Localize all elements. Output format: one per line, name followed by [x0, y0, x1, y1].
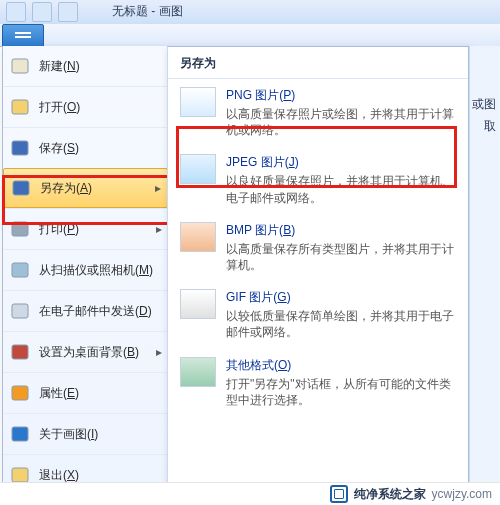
svg-rect-6 [12, 222, 28, 236]
saveas-png-title: PNG 图片(P) [226, 87, 456, 104]
file-menu: 新建(N)打开(O)保存(S)另存为(A)▸打印(P)▸从扫描仪或照相机(M)在… [2, 46, 169, 483]
menu-email-label: 在电子邮件中发送(D) [39, 303, 152, 320]
saveas-other-title: 其他格式(O) [226, 357, 456, 374]
menu-acquire-label: 从扫描仪或照相机(M) [39, 262, 153, 279]
saveas-bmp-thumb-icon [180, 222, 216, 252]
qat-undo-icon[interactable] [32, 2, 52, 22]
saveas-other-desc: 打开"另存为"对话框，从所有可能的文件类型中进行选择。 [226, 376, 456, 408]
ribbon-tabs [0, 24, 500, 47]
saveas-bmp-title: BMP 图片(B) [226, 222, 456, 239]
watermark-logo-icon [330, 485, 348, 503]
clip-text-2: 取 [484, 118, 496, 135]
saveas-png-desc: 以高质量保存照片或绘图，并将其用于计算机或网络。 [226, 106, 456, 138]
svg-rect-9 [12, 345, 28, 359]
saveas-jpeg-thumb-icon [180, 154, 216, 184]
saveas-gif-title: GIF 图片(G) [226, 289, 456, 306]
qat-redo-icon[interactable] [58, 2, 78, 22]
file-tab[interactable] [2, 24, 44, 48]
saveas-jpeg[interactable]: JPEG 图片(J)以良好质量保存照片，并将其用于计算机、电子邮件或网络。 [168, 146, 468, 213]
menu-open-label: 打开(O) [39, 99, 80, 116]
save-as-flyout: 另存为 PNG 图片(P)以高质量保存照片或绘图，并将其用于计算机或网络。JPE… [167, 46, 469, 483]
menu-about[interactable]: 关于画图(I) [3, 413, 168, 454]
menu-acquire[interactable]: 从扫描仪或照相机(M) [3, 249, 168, 290]
menu-properties-label: 属性(E) [39, 385, 79, 402]
menu-wallpaper-label: 设置为桌面背景(B) [39, 344, 139, 361]
menu-print[interactable]: 打印(P)▸ [3, 208, 168, 249]
menu-open-icon [9, 96, 31, 118]
menu-save-as-label: 另存为(A) [40, 180, 92, 197]
svg-rect-5 [13, 181, 29, 195]
clip-text-1: 或图 [472, 96, 496, 113]
window-title: 无标题 - 画图 [112, 3, 183, 20]
saveas-gif[interactable]: GIF 图片(G)以较低质量保存简单绘图，并将其用于电子邮件或网络。 [168, 281, 468, 348]
menu-email-icon [9, 300, 31, 322]
chevron-right-icon: ▸ [156, 222, 162, 236]
menu-wallpaper[interactable]: 设置为桌面背景(B)▸ [3, 331, 168, 372]
menu-wallpaper-icon [9, 341, 31, 363]
svg-rect-10 [12, 386, 28, 400]
menu-print-icon [9, 218, 31, 240]
menu-save-label: 保存(S) [39, 140, 79, 157]
svg-rect-3 [12, 100, 28, 114]
qat-save-icon[interactable] [6, 2, 26, 22]
saveas-gif-thumb-icon [180, 289, 216, 319]
menu-save-icon [9, 137, 31, 159]
svg-rect-7 [12, 263, 28, 277]
menu-new-label: 新建(N) [39, 58, 80, 75]
watermark-brand: 纯净系统之家 [354, 486, 426, 503]
watermark-bar: 纯净系统之家 ycwjzy.com [0, 482, 500, 505]
svg-rect-12 [12, 468, 28, 482]
svg-rect-0 [15, 32, 31, 34]
saveas-other[interactable]: 其他格式(O)打开"另存为"对话框，从所有可能的文件类型中进行选择。 [168, 349, 468, 416]
right-panel-clip: 或图 取 [469, 46, 500, 483]
saveas-jpeg-title: JPEG 图片(J) [226, 154, 456, 171]
menu-open[interactable]: 打开(O) [3, 86, 168, 127]
svg-rect-1 [15, 36, 31, 38]
svg-rect-8 [12, 304, 28, 318]
quick-access-toolbar [6, 2, 78, 22]
saveas-gif-desc: 以较低质量保存简单绘图，并将其用于电子邮件或网络。 [226, 308, 456, 340]
svg-rect-11 [12, 427, 28, 441]
svg-rect-2 [12, 59, 28, 73]
saveas-bmp-desc: 以高质量保存所有类型图片，并将其用于计算机。 [226, 241, 456, 273]
menu-properties-icon [9, 382, 31, 404]
chevron-right-icon: ▸ [156, 345, 162, 359]
menu-about-icon [9, 423, 31, 445]
menu-save-as-icon [10, 177, 32, 199]
title-bar: 无标题 - 画图 [0, 0, 500, 25]
save-as-header: 另存为 [168, 47, 468, 79]
menu-about-label: 关于画图(I) [39, 426, 98, 443]
chevron-right-icon: ▸ [155, 181, 161, 195]
saveas-bmp[interactable]: BMP 图片(B)以高质量保存所有类型图片，并将其用于计算机。 [168, 214, 468, 281]
menu-new[interactable]: 新建(N) [3, 46, 168, 86]
watermark-url: ycwjzy.com [432, 487, 492, 501]
menu-save-as[interactable]: 另存为(A)▸ [3, 168, 168, 208]
menu-save[interactable]: 保存(S) [3, 127, 168, 168]
saveas-other-thumb-icon [180, 357, 216, 387]
menu-new-icon [9, 55, 31, 77]
saveas-png[interactable]: PNG 图片(P)以高质量保存照片或绘图，并将其用于计算机或网络。 [168, 79, 468, 146]
saveas-jpeg-desc: 以良好质量保存照片，并将其用于计算机、电子邮件或网络。 [226, 173, 456, 205]
menu-print-label: 打印(P) [39, 221, 79, 238]
menu-exit-label: 退出(X) [39, 467, 79, 484]
menu-acquire-icon [9, 259, 31, 281]
svg-rect-4 [12, 141, 28, 155]
menu-email[interactable]: 在电子邮件中发送(D) [3, 290, 168, 331]
saveas-png-thumb-icon [180, 87, 216, 117]
menu-properties[interactable]: 属性(E) [3, 372, 168, 413]
